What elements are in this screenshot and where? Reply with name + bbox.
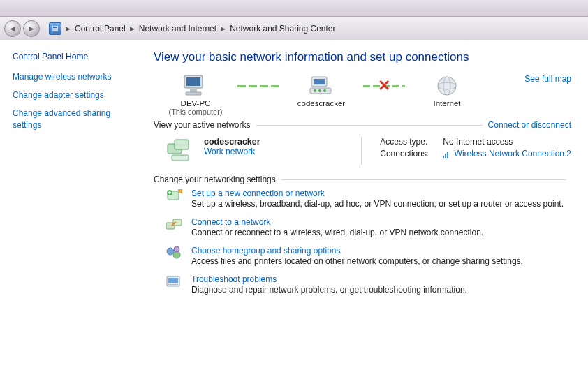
section-title: Change your networking settings xyxy=(154,175,276,184)
svg-rect-20 xyxy=(447,152,448,158)
svg-rect-18 xyxy=(443,156,444,158)
control-panel-icon xyxy=(49,22,61,35)
map-node-label: Internet xyxy=(405,99,489,108)
wireless-signal-icon xyxy=(443,150,450,158)
active-network-type-link[interactable]: Work network xyxy=(204,147,255,156)
task-link[interactable]: Choose homegroup and sharing options xyxy=(191,246,340,256)
map-node-sublabel: (This computer) xyxy=(154,108,237,116)
breadcrumb-item[interactable]: Control Panel xyxy=(72,24,128,34)
connect-disconnect-link[interactable]: Connect or disconnect xyxy=(488,120,571,130)
svg-rect-25 xyxy=(173,219,182,226)
map-node-this-pc[interactable]: DEV-PC (This computer) xyxy=(154,74,237,116)
task-link[interactable]: Set up a new connection or network xyxy=(191,189,325,198)
connections-label: Connections: xyxy=(380,149,443,158)
sidebar: Control Panel Home Manage wireless netwo… xyxy=(0,40,140,384)
chevron-right-icon: ▶ xyxy=(128,25,136,32)
arrow-left-icon: ◄ xyxy=(8,24,17,34)
svg-rect-4 xyxy=(190,89,197,92)
page-heading: View your basic network information and … xyxy=(154,50,571,64)
map-node-label: DEV-PC xyxy=(154,99,237,108)
networking-settings-header: Change your networking settings xyxy=(154,175,571,184)
task-link[interactable]: Troubleshoot problems xyxy=(191,274,277,284)
forward-button[interactable]: ► xyxy=(23,20,40,37)
svg-rect-31 xyxy=(168,278,178,283)
svg-point-12 xyxy=(438,77,456,95)
connect-network-icon xyxy=(165,217,184,234)
task-description: Access files and printers located on oth… xyxy=(191,256,523,266)
task-description: Set up a wireless, broadband, dial-up, a… xyxy=(191,199,564,209)
svg-rect-16 xyxy=(175,140,189,149)
task-connect-network[interactable]: Connect to a network Connect or reconnec… xyxy=(154,213,571,242)
active-network-name: codescracker xyxy=(204,137,260,147)
section-title: View your active networks xyxy=(154,120,251,130)
task-description: Connect or reconnect to a wireless, wire… xyxy=(191,228,483,237)
svg-rect-19 xyxy=(445,154,446,158)
homegroup-icon xyxy=(165,246,184,263)
access-type-value: No Internet access xyxy=(443,137,513,147)
svg-point-10 xyxy=(318,89,321,92)
active-networks-header: View your active networks Connect or dis… xyxy=(154,120,571,130)
breadcrumb: ▶ Control Panel ▶ Network and Internet ▶… xyxy=(64,24,339,34)
globe-icon xyxy=(432,74,462,98)
troubleshoot-icon xyxy=(165,274,184,291)
svg-rect-7 xyxy=(314,79,325,84)
network-category-icon xyxy=(165,137,197,165)
connection-broken-icon: ✕ xyxy=(378,77,390,95)
window-titlebar xyxy=(0,0,588,17)
task-link[interactable]: Connect to a network xyxy=(191,217,270,227)
back-button[interactable]: ◄ xyxy=(4,20,21,37)
map-connector-active xyxy=(237,74,279,98)
arrow-right-icon: ► xyxy=(27,24,36,34)
chevron-right-icon: ▶ xyxy=(219,25,227,32)
active-network-item: codescracker Work network Access type: N… xyxy=(154,130,571,173)
sidebar-link-manage-wireless[interactable]: Manage wireless networks xyxy=(13,71,131,82)
map-node-label: codescracker xyxy=(279,99,363,108)
connection-link[interactable]: Wireless Network Connection 2 xyxy=(455,149,571,158)
sidebar-link-advanced-sharing[interactable]: Change advanced sharing settings xyxy=(13,108,131,130)
task-description: Diagnose and repair network problems, or… xyxy=(191,285,467,295)
svg-point-27 xyxy=(167,248,174,255)
svg-rect-32 xyxy=(168,284,178,286)
see-full-map-link[interactable]: See full map xyxy=(524,74,571,84)
svg-rect-1 xyxy=(53,27,57,28)
task-troubleshoot[interactable]: Troubleshoot problems Diagnose and repai… xyxy=(154,270,571,299)
new-connection-icon xyxy=(165,189,184,205)
task-homegroup[interactable]: Choose homegroup and sharing options Acc… xyxy=(154,242,571,270)
task-setup-connection[interactable]: Set up a new connection or network Set u… xyxy=(154,184,571,213)
breadcrumb-item[interactable]: Network and Internet xyxy=(136,24,219,34)
sidebar-home-link[interactable]: Control Panel Home xyxy=(13,52,131,61)
svg-point-29 xyxy=(174,246,179,252)
computer-icon xyxy=(180,74,211,98)
svg-point-11 xyxy=(323,89,326,92)
breadcrumb-item[interactable]: Network and Sharing Center xyxy=(227,24,338,34)
svg-rect-5 xyxy=(186,92,201,95)
map-node-router[interactable]: codescracker xyxy=(279,74,363,108)
access-type-label: Access type: xyxy=(380,137,443,147)
router-icon xyxy=(306,74,337,98)
main-panel: View your basic network information and … xyxy=(140,40,588,384)
chevron-right-icon: ▶ xyxy=(64,25,72,32)
network-map: See full map DEV-PC (This computer) xyxy=(154,74,571,116)
sidebar-link-change-adapter[interactable]: Change adapter settings xyxy=(13,89,131,101)
svg-point-9 xyxy=(314,89,316,92)
map-connector-broken: ✕ xyxy=(363,74,405,98)
svg-rect-3 xyxy=(186,77,200,86)
svg-rect-17 xyxy=(172,155,189,161)
address-toolbar: ◄ ► ▶ Control Panel ▶ Network and Intern… xyxy=(0,17,588,40)
map-node-internet[interactable]: Internet xyxy=(405,74,489,108)
